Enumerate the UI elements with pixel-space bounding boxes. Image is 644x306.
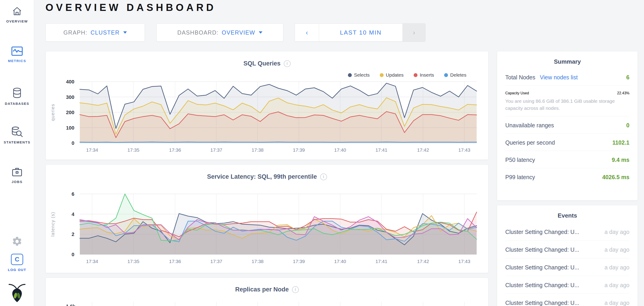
time-next-button[interactable]: › bbox=[402, 24, 425, 42]
time-prev-button[interactable]: ‹ bbox=[295, 24, 319, 42]
svg-text:2: 2 bbox=[72, 232, 74, 237]
view-nodes-list-link[interactable]: View nodes list bbox=[540, 74, 578, 81]
summary-row-p99: P99 latency 4026.5 ms bbox=[505, 168, 630, 185]
logout-c-icon: C bbox=[11, 254, 23, 265]
events-panel: Events Cluster Setting Changed: U... a d… bbox=[497, 205, 638, 306]
sidebar-item-metrics[interactable]: METRICS bbox=[0, 46, 34, 63]
event-row: Cluster Setting Changed: U... a day ago bbox=[505, 223, 630, 240]
svg-text:400: 400 bbox=[66, 79, 74, 84]
svg-text:queries: queries bbox=[50, 104, 55, 121]
svg-text:4: 4 bbox=[72, 212, 74, 217]
service-latency-chart: 17:3417:3517:3617:3717:3817:3917:4017:41… bbox=[46, 164, 489, 273]
p99-latency-value: 4026.5 ms bbox=[602, 174, 630, 180]
summary-row-capacity: Capacity Used 22.43% You are using 86.6 … bbox=[505, 86, 630, 116]
svg-text:17:43: 17:43 bbox=[458, 259, 470, 264]
qps-value: 1102.1 bbox=[612, 139, 630, 146]
unavailable-ranges-value: 0 bbox=[626, 122, 630, 129]
sidebar-item-label: DATABASES bbox=[5, 102, 29, 106]
svg-text:100: 100 bbox=[66, 125, 74, 131]
dashboard-dropdown[interactable]: DASHBOARD: OVERVIEW bbox=[156, 24, 283, 42]
p50-latency-value: 9.4 ms bbox=[612, 157, 630, 163]
dashboard-dropdown-value: OVERVIEW bbox=[222, 29, 255, 36]
metrics-chart-icon bbox=[11, 46, 23, 56]
svg-text:17:40: 17:40 bbox=[334, 259, 346, 264]
chevron-right-icon: › bbox=[413, 29, 415, 36]
svg-text:0: 0 bbox=[72, 252, 74, 257]
summary-panel: Summary Total Nodes View nodes list 6 Ca… bbox=[497, 51, 638, 200]
summary-row-qps: Queries per second 1102.1 bbox=[505, 134, 630, 151]
events-title: Events bbox=[497, 205, 638, 219]
svg-text:17:36: 17:36 bbox=[169, 147, 181, 152]
svg-text:17:39: 17:39 bbox=[293, 147, 305, 152]
graph-dropdown-value: CLUSTER bbox=[90, 29, 120, 36]
svg-text:17:34: 17:34 bbox=[86, 259, 98, 264]
sidebar-item-label: STATEMENTS bbox=[4, 140, 30, 144]
sidebar: OVERVIEW METRICS DATABASES STATEMENTS JO… bbox=[0, 0, 34, 306]
sql-queries-chart: 17:3417:3517:3617:3717:3817:3917:4017:41… bbox=[46, 52, 489, 160]
svg-text:6: 6 bbox=[72, 191, 74, 197]
statements-search-icon bbox=[11, 126, 23, 138]
logout-button[interactable]: C LOG OUT bbox=[0, 254, 34, 272]
database-icon bbox=[12, 87, 22, 99]
svg-text:17:39: 17:39 bbox=[293, 259, 305, 264]
svg-text:17:37: 17:37 bbox=[210, 259, 222, 264]
summary-row-total-nodes: Total Nodes View nodes list 6 bbox=[505, 68, 630, 86]
svg-text:17:38: 17:38 bbox=[252, 259, 264, 264]
svg-text:17:41: 17:41 bbox=[376, 147, 388, 152]
svg-text:17:38: 17:38 bbox=[252, 147, 264, 152]
svg-text:latency (s): latency (s) bbox=[50, 212, 55, 237]
graph-dropdown[interactable]: GRAPH: CLUSTER bbox=[46, 24, 145, 42]
sidebar-item-statements[interactable]: STATEMENTS bbox=[0, 126, 34, 144]
sidebar-item-overview[interactable]: OVERVIEW bbox=[0, 6, 34, 23]
graph-dropdown-label: GRAPH: bbox=[64, 29, 87, 36]
svg-text:17:34: 17:34 bbox=[86, 147, 98, 152]
capacity-description: You are using 86.6 GiB of 386.1 GiB usab… bbox=[505, 98, 630, 112]
svg-text:17:35: 17:35 bbox=[127, 147, 140, 152]
time-range-value[interactable]: LAST 10 MIN bbox=[319, 24, 402, 42]
sidebar-item-jobs[interactable]: JOBS bbox=[0, 167, 34, 184]
sidebar-item-databases[interactable]: DATABASES bbox=[0, 87, 34, 106]
summary-title: Summary bbox=[497, 52, 638, 65]
svg-text:1.6k: 1.6k bbox=[66, 304, 75, 306]
sidebar-item-label: METRICS bbox=[8, 59, 26, 63]
svg-text:17:43: 17:43 bbox=[458, 147, 470, 152]
sidebar-item-label: OVERVIEW bbox=[6, 19, 28, 23]
settings-button[interactable] bbox=[0, 236, 34, 247]
svg-text:17:36: 17:36 bbox=[169, 259, 181, 264]
briefcase-icon bbox=[11, 167, 23, 177]
sidebar-item-label: JOBS bbox=[12, 180, 22, 184]
replicas-per-node-card: Replicas per Node i 1.6k bbox=[46, 278, 488, 306]
svg-text:17:40: 17:40 bbox=[334, 147, 346, 152]
gear-icon bbox=[12, 236, 22, 247]
event-row: Cluster Setting Changed: U... a day ago bbox=[505, 258, 630, 276]
svg-text:17:37: 17:37 bbox=[210, 147, 222, 152]
svg-text:17:42: 17:42 bbox=[417, 259, 429, 264]
event-row: Cluster Setting Changed: U... a day ago bbox=[505, 240, 630, 258]
svg-text:0: 0 bbox=[72, 140, 74, 146]
total-nodes-value: 6 bbox=[626, 74, 630, 81]
svg-text:17:42: 17:42 bbox=[417, 147, 429, 152]
svg-text:17:35: 17:35 bbox=[127, 259, 140, 264]
chevron-left-icon: ‹ bbox=[306, 29, 308, 36]
service-latency-card: Service Latency: SQL, 99th percentile i … bbox=[46, 164, 488, 273]
dashboard-dropdown-label: DASHBOARD: bbox=[177, 29, 218, 36]
page-title: OVERVIEW DASHBOARD bbox=[46, 2, 216, 13]
replicas-per-node-chart: 1.6k bbox=[46, 278, 489, 306]
sql-queries-card: SQL Queries i Selects Updates Inserts De… bbox=[46, 51, 488, 160]
event-row: Cluster Setting Changed: U... a day ago bbox=[505, 294, 630, 306]
summary-row-unavailable-ranges: Unavailable ranges 0 bbox=[505, 116, 630, 134]
home-icon bbox=[11, 6, 23, 16]
svg-text:300: 300 bbox=[66, 94, 74, 100]
svg-text:200: 200 bbox=[66, 110, 74, 115]
chevron-down-icon bbox=[123, 31, 127, 34]
chevron-down-icon bbox=[259, 31, 262, 34]
cockroachdb-logo bbox=[0, 282, 34, 302]
summary-row-p50: P50 latency 9.4 ms bbox=[505, 151, 630, 168]
event-row: Cluster Setting Changed: U... a day ago bbox=[505, 276, 630, 294]
capacity-used-value: 22.43% bbox=[617, 91, 630, 95]
logout-label: LOG OUT bbox=[8, 268, 26, 272]
svg-text:17:41: 17:41 bbox=[376, 259, 388, 264]
time-range-selector: ‹ LAST 10 MIN › bbox=[295, 24, 426, 42]
